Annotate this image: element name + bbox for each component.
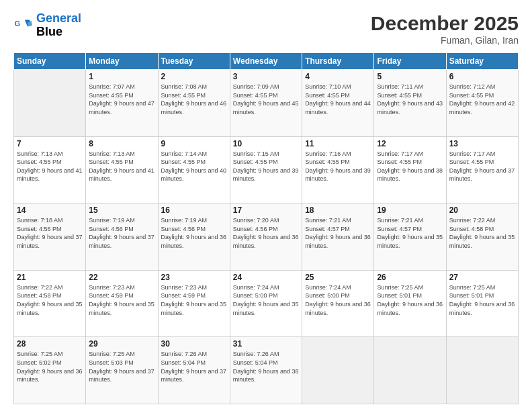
calendar-cell: 18Sunrise: 7:21 AMSunset: 4:57 PMDayligh… [302,203,374,271]
day-number: 11 [305,139,371,148]
day-detail: Sunrise: 7:24 AMSunset: 5:00 PMDaylight:… [233,283,299,317]
day-number: 21 [17,273,83,282]
title-block: December 2025 Fuman, Gilan, Iran [371,12,519,46]
calendar-cell: 14Sunrise: 7:18 AMSunset: 4:56 PMDayligh… [14,203,86,271]
week-row-2: 7Sunrise: 7:13 AMSunset: 4:55 PMDaylight… [14,136,519,203]
day-number: 1 [89,72,154,81]
day-detail: Sunrise: 7:10 AMSunset: 4:55 PMDaylight:… [305,83,371,116]
day-detail: Sunrise: 7:07 AMSunset: 4:55 PMDaylight:… [89,83,154,116]
day-number: 9 [161,139,227,148]
day-number: 18 [305,205,371,215]
week-row-3: 14Sunrise: 7:18 AMSunset: 4:56 PMDayligh… [14,203,519,271]
day-detail: Sunrise: 7:25 AMSunset: 5:01 PMDaylight:… [449,283,515,317]
day-detail: Sunrise: 7:25 AMSunset: 5:01 PMDaylight:… [377,283,443,317]
day-detail: Sunrise: 7:15 AMSunset: 4:55 PMDaylight:… [233,150,299,183]
day-number: 22 [89,273,154,282]
day-detail: Sunrise: 7:16 AMSunset: 4:55 PMDaylight:… [305,150,371,183]
day-number: 16 [161,205,227,215]
day-detail: Sunrise: 7:20 AMSunset: 4:56 PMDaylight:… [233,216,299,250]
calendar-cell: 20Sunrise: 7:22 AMSunset: 4:58 PMDayligh… [446,203,518,271]
day-detail: Sunrise: 7:09 AMSunset: 4:55 PMDaylight:… [233,83,299,116]
day-detail: Sunrise: 7:24 AMSunset: 5:00 PMDaylight:… [305,283,371,317]
calendar-cell: 25Sunrise: 7:24 AMSunset: 5:00 PMDayligh… [302,270,374,337]
logo: G General Blue [13,12,81,39]
calendar-cell [446,337,518,404]
day-number: 3 [233,72,299,81]
weekday-header-wednesday: Wednesday [230,53,302,70]
weekday-header-tuesday: Tuesday [158,53,230,70]
calendar-cell: 30Sunrise: 7:26 AMSunset: 5:04 PMDayligh… [158,337,230,404]
calendar-cell: 5Sunrise: 7:11 AMSunset: 4:55 PMDaylight… [374,70,446,137]
calendar-cell: 22Sunrise: 7:23 AMSunset: 4:59 PMDayligh… [86,270,158,337]
calendar-cell: 19Sunrise: 7:21 AMSunset: 4:57 PMDayligh… [374,203,446,271]
day-detail: Sunrise: 7:17 AMSunset: 4:55 PMDaylight:… [377,150,443,183]
calendar-cell: 8Sunrise: 7:13 AMSunset: 4:55 PMDaylight… [86,136,158,203]
day-number: 26 [377,273,443,282]
day-detail: Sunrise: 7:22 AMSunset: 4:58 PMDaylight:… [449,216,515,250]
calendar-cell: 16Sunrise: 7:19 AMSunset: 4:56 PMDayligh… [158,203,230,271]
calendar-header: SundayMondayTuesdayWednesdayThursdayFrid… [14,53,519,70]
calendar-cell: 26Sunrise: 7:25 AMSunset: 5:01 PMDayligh… [374,270,446,337]
calendar-cell [374,337,446,404]
calendar-cell: 13Sunrise: 7:17 AMSunset: 4:55 PMDayligh… [446,136,518,203]
day-number: 28 [17,339,83,349]
logo-line1: General [36,11,81,25]
day-number: 8 [89,139,154,148]
main-title: December 2025 [371,12,519,35]
day-detail: Sunrise: 7:22 AMSunset: 4:58 PMDaylight:… [17,283,83,317]
calendar-cell: 7Sunrise: 7:13 AMSunset: 4:55 PMDaylight… [14,136,86,203]
day-number: 15 [89,205,154,215]
calendar-cell: 17Sunrise: 7:20 AMSunset: 4:56 PMDayligh… [230,203,302,271]
calendar-table: SundayMondayTuesdayWednesdayThursdayFrid… [13,52,519,404]
svg-text:G: G [14,19,20,28]
header: G General Blue December 2025 Fuman, Gila… [13,12,519,46]
calendar-cell: 3Sunrise: 7:09 AMSunset: 4:55 PMDaylight… [230,70,302,137]
calendar-cell: 31Sunrise: 7:26 AMSunset: 5:04 PMDayligh… [230,337,302,404]
weekday-header-friday: Friday [374,53,446,70]
day-number: 10 [233,139,299,148]
weekday-header-monday: Monday [86,53,158,70]
day-detail: Sunrise: 7:19 AMSunset: 4:56 PMDaylight:… [89,216,154,250]
day-number: 29 [89,339,154,349]
calendar-cell: 15Sunrise: 7:19 AMSunset: 4:56 PMDayligh… [86,203,158,271]
day-number: 25 [305,273,371,282]
weekday-header-thursday: Thursday [302,53,374,70]
calendar-cell: 27Sunrise: 7:25 AMSunset: 5:01 PMDayligh… [446,270,518,337]
day-number: 12 [377,139,443,148]
day-number: 24 [233,273,299,282]
day-number: 30 [161,339,227,349]
day-detail: Sunrise: 7:23 AMSunset: 4:59 PMDaylight:… [89,283,154,317]
logo-icon: G [13,16,32,35]
calendar-cell: 12Sunrise: 7:17 AMSunset: 4:55 PMDayligh… [374,136,446,203]
day-detail: Sunrise: 7:14 AMSunset: 4:55 PMDaylight:… [161,150,227,183]
day-number: 31 [233,339,299,349]
calendar-cell: 1Sunrise: 7:07 AMSunset: 4:55 PMDaylight… [86,70,158,137]
calendar-cell: 10Sunrise: 7:15 AMSunset: 4:55 PMDayligh… [230,136,302,203]
calendar-cell: 29Sunrise: 7:25 AMSunset: 5:03 PMDayligh… [86,337,158,404]
day-number: 2 [161,72,227,81]
day-number: 20 [449,205,515,215]
day-detail: Sunrise: 7:12 AMSunset: 4:55 PMDaylight:… [449,83,515,116]
day-number: 14 [17,205,83,215]
calendar-cell [302,337,374,404]
day-number: 5 [377,72,443,81]
day-detail: Sunrise: 7:23 AMSunset: 4:59 PMDaylight:… [161,283,227,317]
calendar-page: G General Blue December 2025 Fuman, Gila… [0,0,532,411]
day-detail: Sunrise: 7:21 AMSunset: 4:57 PMDaylight:… [305,216,371,250]
calendar-cell: 11Sunrise: 7:16 AMSunset: 4:55 PMDayligh… [302,136,374,203]
day-detail: Sunrise: 7:19 AMSunset: 4:56 PMDaylight:… [161,216,227,250]
calendar-cell: 23Sunrise: 7:23 AMSunset: 4:59 PMDayligh… [158,270,230,337]
calendar-cell: 28Sunrise: 7:25 AMSunset: 5:02 PMDayligh… [14,337,86,404]
week-row-1: 1Sunrise: 7:07 AMSunset: 4:55 PMDaylight… [14,70,519,137]
weekday-header-saturday: Saturday [446,53,518,70]
day-detail: Sunrise: 7:13 AMSunset: 4:55 PMDaylight:… [89,150,154,183]
logo-text: General Blue [36,12,81,39]
week-row-4: 21Sunrise: 7:22 AMSunset: 4:58 PMDayligh… [14,270,519,337]
calendar-cell: 6Sunrise: 7:12 AMSunset: 4:55 PMDaylight… [446,70,518,137]
subtitle: Fuman, Gilan, Iran [371,35,519,46]
day-number: 6 [449,72,515,81]
day-number: 27 [449,273,515,282]
weekday-row: SundayMondayTuesdayWednesdayThursdayFrid… [14,53,519,70]
calendar-cell: 9Sunrise: 7:14 AMSunset: 4:55 PMDaylight… [158,136,230,203]
weekday-header-sunday: Sunday [14,53,86,70]
